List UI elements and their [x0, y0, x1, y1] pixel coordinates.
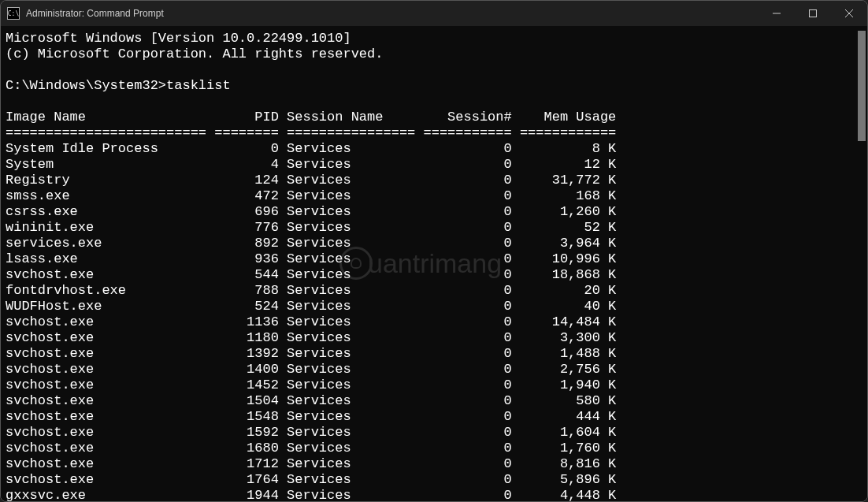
window-title: Administrator: Command Prompt — [26, 8, 164, 19]
table-row: Registry 124 Services 0 31,772 K — [6, 173, 867, 188]
table-row: System 4 Services 0 12 K — [6, 157, 867, 173]
table-row: svchost.exe 1592 Services 0 1,604 K — [6, 425, 867, 441]
table-row: gxxsvc.exe 1944 Services 0 4,448 K — [6, 488, 867, 501]
table-separator: ========================= ======== =====… — [6, 125, 867, 141]
svg-rect-1 — [810, 10, 817, 17]
titlebar: C:\ Administrator: Command Prompt — [1, 1, 867, 26]
table-header: Image Name PID Session Name Session# Mem… — [6, 110, 867, 125]
table-row: svchost.exe 1136 Services 0 14,484 K — [6, 314, 867, 330]
copyright-line: (c) Microsoft Corporation. All rights re… — [6, 46, 867, 62]
table-row: svchost.exe 1764 Services 0 5,896 K — [6, 472, 867, 488]
table-row: lsass.exe 936 Services 0 10,996 K — [6, 251, 867, 267]
table-row: svchost.exe 1504 Services 0 580 K — [6, 393, 867, 409]
blank-line — [6, 62, 867, 78]
table-row: svchost.exe 1452 Services 0 1,940 K — [6, 377, 867, 393]
table-row: svchost.exe 1400 Services 0 2,756 K — [6, 362, 867, 377]
cmd-icon: C:\ — [7, 7, 20, 20]
table-row: services.exe 892 Services 0 3,964 K — [6, 236, 867, 251]
table-row: svchost.exe 1680 Services 0 1,760 K — [6, 441, 867, 456]
window-controls — [759, 1, 867, 26]
close-icon — [845, 9, 853, 17]
table-row: System Idle Process 0 Services 0 8 K — [6, 141, 867, 157]
scrollbar-thumb[interactable] — [858, 31, 866, 141]
version-line: Microsoft Windows [Version 10.0.22499.10… — [6, 31, 867, 46]
table-row: wininit.exe 776 Services 0 52 K — [6, 220, 867, 236]
blank-line — [6, 94, 867, 110]
minimize-icon — [773, 9, 781, 17]
table-row: svchost.exe 1548 Services 0 444 K — [6, 409, 867, 425]
maximize-icon — [809, 9, 817, 17]
table-row: smss.exe 472 Services 0 168 K — [6, 188, 867, 204]
table-row: svchost.exe 544 Services 0 18,868 K — [6, 267, 867, 283]
minimize-button[interactable] — [759, 1, 795, 26]
table-row: csrss.exe 696 Services 0 1,260 K — [6, 204, 867, 220]
table-row: svchost.exe 1180 Services 0 3,300 K — [6, 330, 867, 346]
table-row: fontdrvhost.exe 788 Services 0 20 K — [6, 283, 867, 299]
table-row: svchost.exe 1392 Services 0 1,488 K — [6, 346, 867, 362]
table-row: WUDFHost.exe 524 Services 0 40 K — [6, 299, 867, 314]
table-row: svchost.exe 1712 Services 0 8,816 K — [6, 456, 867, 472]
terminal-area[interactable]: uantrimang Microsoft Windows [Version 10… — [1, 26, 867, 501]
prompt-line: C:\Windows\System32>tasklist — [6, 78, 867, 94]
close-button[interactable] — [831, 1, 867, 26]
maximize-button[interactable] — [795, 1, 831, 26]
